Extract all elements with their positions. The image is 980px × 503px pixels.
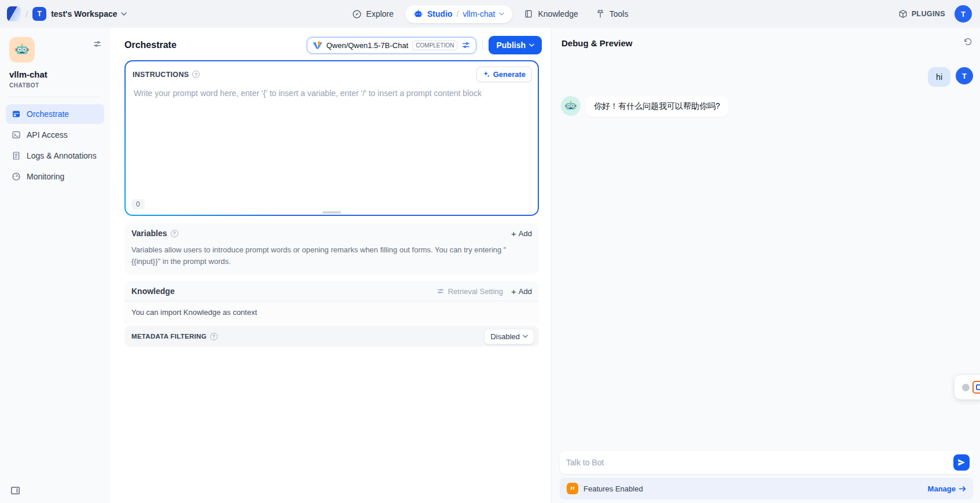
orchestrate-icon [12, 109, 21, 119]
orchestrate-panel: Orchestrate Qwen/Qwen1.5-7B-Chat COMPLET… [110, 28, 551, 503]
sparkle-icon [483, 71, 490, 78]
app-info-card: vllm-chat CHATBOT [0, 28, 110, 89]
chevron-down-icon [499, 12, 504, 16]
variables-label: Variables [131, 229, 167, 238]
workspace-breadcrumb: / T test's Workspace [7, 6, 127, 21]
metadata-filtering-select[interactable]: Disabled [484, 329, 534, 344]
model-name: Qwen/Qwen1.5-7B-Chat [326, 41, 409, 50]
retrieval-setting-button[interactable]: Retrieval Setting [436, 287, 503, 296]
floating-extension-widget[interactable] [955, 375, 980, 399]
add-variable-label: Add [519, 229, 532, 238]
sidebar-item-monitoring[interactable]: Monitoring [6, 167, 104, 186]
debug-preview-title: Debug & Preview [561, 38, 633, 48]
nav-explore[interactable]: Explore [346, 6, 399, 23]
knowledge-title: Knowledge [131, 287, 175, 296]
metadata-filtering-row: METADATA FILTERING ? Disabled [124, 326, 539, 347]
chevron-down-icon [121, 12, 127, 16]
dify-logo[interactable] [7, 6, 21, 21]
plugins-label: PLUGINS [912, 10, 945, 18]
app-type-label: CHATBOT [9, 82, 102, 89]
robot-icon [413, 9, 423, 19]
gauge-icon [12, 172, 21, 181]
add-knowledge-button[interactable]: + Add [511, 287, 532, 296]
robot-emoji-icon [14, 42, 30, 57]
info-icon: ? [171, 230, 178, 237]
nav-tools-label: Tools [610, 9, 629, 19]
nav-current-app: vllm-chat [463, 9, 495, 19]
add-knowledge-label: Add [519, 287, 532, 296]
nav-knowledge-label: Knowledge [538, 9, 578, 19]
model-settings-icon[interactable] [461, 41, 471, 50]
extension-icon [972, 381, 980, 394]
send-icon [957, 458, 966, 467]
workspace-name: test's Workspace [51, 9, 117, 19]
manage-features-link[interactable]: Manage [928, 484, 966, 493]
knowledge-section: Knowledge Retrieval Setting + Add You ca… [124, 281, 539, 323]
resize-handle[interactable] [322, 211, 341, 214]
talk-to-bot-input[interactable] [566, 458, 953, 467]
info-icon: ? [210, 333, 218, 340]
char-count-badge: 0 [131, 199, 145, 210]
retrieval-settings-icon [436, 287, 445, 295]
debug-preview-panel: Debug & Preview hi T [551, 28, 980, 503]
plus-icon: + [511, 287, 516, 296]
metadata-filtering-label: METADATA FILTERING [131, 333, 207, 340]
chevron-down-icon [523, 335, 528, 338]
instructions-panel: INSTRUCTIONS ? Generate 0 [124, 60, 539, 216]
features-bar: Features Enabled Manage [560, 478, 973, 500]
nav-tools[interactable]: Tools [590, 6, 634, 22]
features-icon [567, 483, 578, 494]
nav-explore-label: Explore [366, 9, 394, 19]
restart-conversation-icon[interactable] [963, 37, 972, 49]
model-mode-badge: COMPLETION [412, 41, 457, 50]
sidebar-item-label: API Access [27, 130, 68, 139]
generate-label: Generate [493, 70, 526, 79]
sidebar-item-label: Orchestrate [27, 109, 69, 119]
user-avatar: T [956, 67, 973, 85]
app-avatar[interactable] [9, 37, 35, 63]
sidebar-item-logs-annotations[interactable]: Logs & Annotations [6, 146, 104, 166]
instructions-label: INSTRUCTIONS [133, 71, 189, 79]
top-nav-right: PLUGINS T [898, 5, 972, 23]
chevron-down-icon [529, 43, 534, 47]
knowledge-description: You can import Knowledge as context [124, 302, 539, 323]
account-avatar[interactable]: T [955, 5, 972, 23]
workspace-badge[interactable]: T [32, 7, 46, 21]
compass-icon [352, 9, 362, 19]
nav-knowledge[interactable]: Knowledge [518, 6, 583, 22]
sidebar-item-label: Logs & Annotations [27, 151, 97, 160]
hammer-icon [596, 9, 605, 19]
app-operations-icon[interactable] [93, 39, 102, 51]
nav-studio-pill[interactable]: Studio / vllm-chat [405, 5, 512, 23]
retrieval-setting-label: Retrieval Setting [448, 287, 503, 296]
terminal-icon [12, 130, 21, 139]
info-icon: ? [192, 71, 200, 78]
variables-description: Variables allow users to introduce promp… [124, 243, 539, 274]
sidebar-item-orchestrate[interactable]: Orchestrate [6, 104, 104, 124]
model-selector[interactable]: Qwen/Qwen1.5-7B-Chat COMPLETION [307, 37, 477, 54]
manage-label: Manage [928, 484, 956, 493]
metadata-filtering-value: Disabled [490, 332, 520, 341]
app-sidebar: vllm-chat CHATBOT Orchestrate API Access… [0, 28, 110, 503]
app-name: vllm-chat [9, 69, 102, 79]
plugins-button[interactable]: PLUGINS [898, 9, 945, 19]
nav-studio-label: Studio [427, 9, 453, 19]
pill-slash: / [457, 9, 459, 19]
page-title: Orchestrate [124, 40, 177, 50]
breadcrumb-slash: / [25, 9, 28, 19]
publish-button[interactable]: Publish [489, 36, 542, 54]
collapse-sidebar-icon[interactable] [10, 486, 20, 497]
vllm-logo-icon [313, 41, 322, 49]
gray-dot-icon [962, 384, 970, 391]
generate-button[interactable]: Generate [476, 67, 532, 82]
send-button[interactable] [953, 454, 970, 471]
top-nav: / T test's Workspace Explore Studio / vl… [0, 0, 980, 28]
add-variable-button[interactable]: + Add [511, 229, 532, 238]
workspace-selector[interactable]: test's Workspace [51, 9, 126, 19]
divider [482, 41, 483, 50]
bot-message-bubble: 你好！有什么问题我可以帮助你吗? [586, 96, 728, 117]
prompt-editor[interactable] [126, 86, 538, 215]
sidebar-item-api-access[interactable]: API Access [6, 125, 104, 145]
bot-avatar [561, 96, 581, 116]
user-message-bubble: hi [928, 67, 950, 87]
